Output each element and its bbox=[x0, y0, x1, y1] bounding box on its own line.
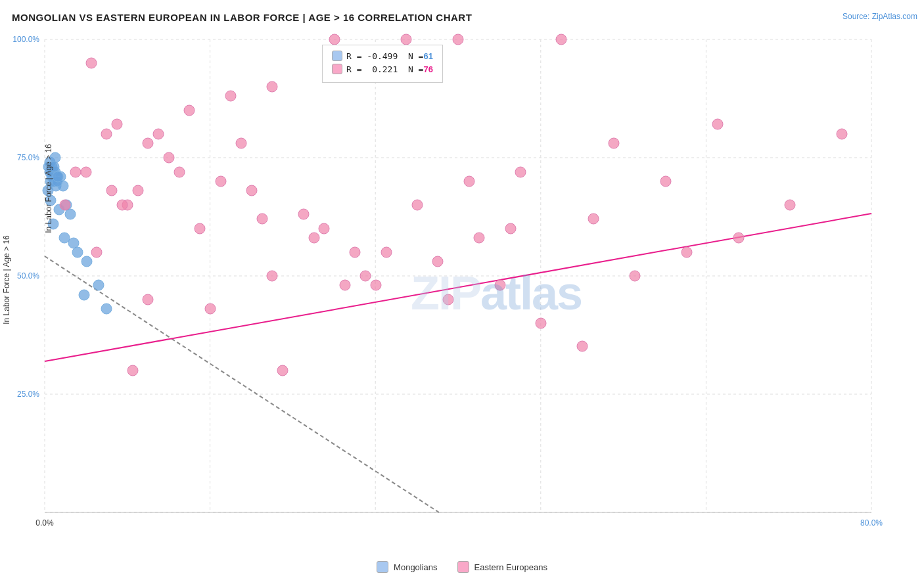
svg-point-46 bbox=[184, 105, 195, 116]
svg-point-71 bbox=[205, 304, 216, 314]
legend-row1-r: R = -0.499 bbox=[346, 51, 408, 61]
svg-point-56 bbox=[660, 176, 671, 187]
svg-point-64 bbox=[371, 280, 381, 290]
svg-point-49 bbox=[112, 119, 122, 129]
svg-point-50 bbox=[225, 91, 236, 101]
svg-point-92 bbox=[277, 365, 288, 376]
svg-text:25.0%: 25.0% bbox=[17, 390, 39, 399]
legend-row2-n: N = bbox=[408, 64, 423, 74]
svg-point-80 bbox=[412, 200, 423, 210]
legend-row1-n: N = bbox=[408, 51, 423, 61]
svg-point-76 bbox=[216, 176, 226, 187]
svg-point-44 bbox=[86, 58, 97, 68]
svg-point-67 bbox=[505, 223, 516, 234]
svg-point-48 bbox=[143, 138, 153, 148]
svg-text:100.0%: 100.0% bbox=[12, 35, 39, 44]
svg-point-62 bbox=[298, 209, 309, 219]
footer-mongolians-box bbox=[377, 561, 388, 573]
svg-point-43 bbox=[53, 171, 63, 182]
svg-point-39 bbox=[101, 304, 112, 314]
svg-point-68 bbox=[536, 318, 546, 328]
svg-point-81 bbox=[464, 176, 474, 187]
svg-text:80.0%: 80.0% bbox=[860, 518, 883, 528]
svg-point-55 bbox=[609, 138, 619, 148]
svg-point-65 bbox=[432, 256, 443, 267]
svg-point-98 bbox=[630, 271, 640, 281]
svg-point-95 bbox=[81, 167, 91, 177]
svg-point-38 bbox=[79, 290, 89, 300]
legend-row2-r: R = 0.221 bbox=[346, 64, 408, 74]
svg-point-51 bbox=[267, 81, 277, 92]
svg-point-93 bbox=[340, 280, 350, 290]
legend-row1-n-val: 61 bbox=[423, 51, 432, 61]
footer-legend: Mongolians Eastern Europeans bbox=[0, 561, 924, 573]
svg-point-96 bbox=[106, 185, 117, 196]
svg-point-73 bbox=[91, 247, 102, 258]
svg-text:0.0%: 0.0% bbox=[35, 518, 54, 528]
svg-point-90 bbox=[495, 280, 505, 290]
svg-point-99 bbox=[681, 247, 692, 258]
svg-point-30 bbox=[65, 209, 76, 219]
svg-point-36 bbox=[81, 256, 92, 267]
svg-point-91 bbox=[127, 365, 138, 376]
legend-row-1: R = -0.499 N = 61 bbox=[332, 51, 433, 61]
svg-point-37 bbox=[93, 280, 104, 290]
svg-point-75 bbox=[174, 167, 185, 177]
svg-point-70 bbox=[143, 294, 153, 305]
svg-point-82 bbox=[515, 167, 526, 177]
svg-point-54 bbox=[556, 34, 566, 45]
svg-point-31 bbox=[59, 233, 70, 243]
svg-line-13 bbox=[45, 214, 871, 361]
svg-text:50.0%: 50.0% bbox=[17, 271, 39, 281]
svg-point-97 bbox=[588, 214, 599, 224]
svg-point-53 bbox=[453, 34, 463, 45]
footer-mongolians-label: Mongolians bbox=[394, 562, 438, 572]
legend-mongolians-box bbox=[332, 51, 342, 61]
chart-svg: 0.0% 80.0% 100.0% 75.0% 50.0% 25.0% bbox=[45, 39, 871, 512]
svg-point-101 bbox=[785, 200, 795, 210]
svg-point-78 bbox=[309, 233, 319, 243]
y-axis-label: In Labor Force | Age > 16 bbox=[44, 144, 53, 233]
svg-point-63 bbox=[350, 247, 360, 258]
y-axis-label: In Labor Force | Age > 16 bbox=[0, 39, 13, 520]
svg-point-45 bbox=[329, 34, 340, 45]
svg-point-61 bbox=[246, 185, 257, 196]
chart-container: MONGOLIAN VS EASTERN EUROPEAN IN LABOR F… bbox=[0, 0, 924, 586]
svg-point-87 bbox=[319, 223, 329, 234]
svg-line-12 bbox=[45, 256, 439, 512]
footer-eastern-europeans-label: Eastern Europeans bbox=[474, 562, 547, 572]
source-text: Source: ZipAtlas.com bbox=[843, 12, 917, 21]
footer-mongolians: Mongolians bbox=[377, 561, 438, 573]
svg-point-100 bbox=[733, 233, 744, 243]
svg-point-47 bbox=[101, 129, 112, 139]
chart-title: MONGOLIAN VS EASTERN EUROPEAN IN LABOR F… bbox=[12, 12, 472, 23]
svg-point-89 bbox=[443, 294, 453, 305]
svg-point-83 bbox=[70, 167, 81, 177]
svg-point-85 bbox=[153, 129, 164, 139]
svg-text:75.0%: 75.0% bbox=[17, 153, 39, 162]
svg-point-88 bbox=[381, 247, 392, 258]
legend-eastern-box bbox=[332, 64, 342, 74]
svg-point-57 bbox=[712, 119, 723, 129]
svg-point-58 bbox=[164, 152, 174, 163]
svg-point-69 bbox=[577, 341, 588, 351]
svg-point-66 bbox=[474, 233, 484, 243]
footer-eastern-europeans: Eastern Europeans bbox=[457, 561, 547, 573]
svg-point-79 bbox=[360, 271, 371, 281]
legend: R = -0.499 N = 61 R = 0.221 N = 76 bbox=[322, 45, 443, 83]
svg-point-77 bbox=[257, 214, 267, 224]
svg-point-72 bbox=[267, 271, 277, 281]
svg-point-59 bbox=[195, 223, 205, 234]
svg-point-94 bbox=[60, 200, 70, 210]
svg-point-52 bbox=[401, 34, 411, 45]
legend-row2-n-val: 76 bbox=[423, 64, 432, 74]
svg-point-84 bbox=[117, 200, 127, 210]
svg-point-102 bbox=[837, 129, 847, 139]
svg-point-86 bbox=[236, 138, 246, 148]
footer-eastern-europeans-box bbox=[457, 561, 469, 573]
legend-row-2: R = 0.221 N = 76 bbox=[332, 64, 433, 74]
svg-point-33 bbox=[68, 238, 79, 248]
svg-point-74 bbox=[133, 185, 143, 196]
